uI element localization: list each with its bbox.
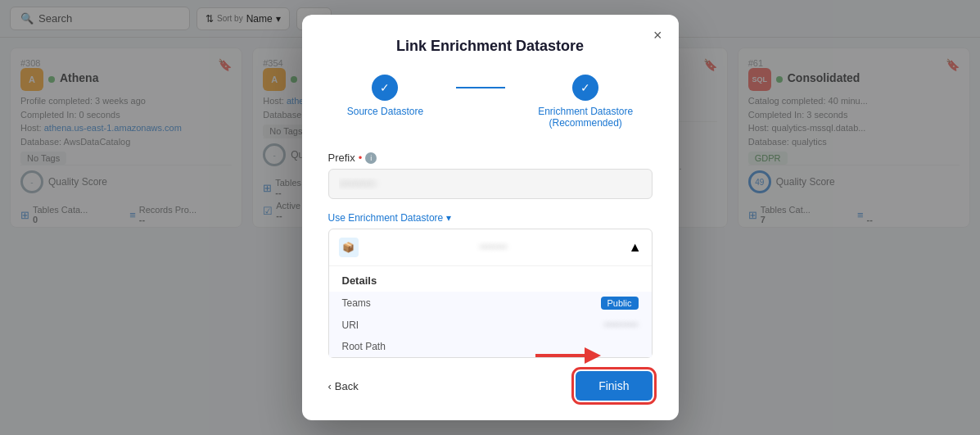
step-enrichment-datastore: ✓ Enrichment Datastore(Recommended)	[538, 75, 633, 129]
datastore-dropdown[interactable]: 📦 •••••••• ▲ Details Teams Public URI ••…	[328, 229, 653, 358]
modal-footer: ‹ Back Finish	[328, 371, 653, 401]
svg-marker-1	[585, 347, 601, 364]
prefix-label: Prefix • i	[328, 152, 653, 164]
arrow-indicator	[535, 339, 601, 375]
step-source-datastore: ✓ Source Datastore	[347, 75, 423, 117]
step2-circle: ✓	[572, 75, 598, 101]
back-button[interactable]: ‹ Back	[328, 380, 359, 392]
dropdown-icon: 📦	[339, 238, 359, 257]
details-section-title: Details	[329, 266, 652, 292]
uri-row: URI ••••••••••	[329, 315, 652, 336]
link-enrichment-modal: × Link Enrichment Datastore ✓ Source Dat…	[302, 15, 679, 420]
teams-label: Teams	[342, 297, 371, 309]
dropdown-header[interactable]: 📦 •••••••• ▲	[329, 229, 652, 266]
info-icon: i	[365, 152, 377, 164]
step1-label: Source Datastore	[347, 106, 423, 117]
step1-circle: ✓	[372, 75, 398, 101]
finish-button[interactable]: Finish	[576, 371, 652, 401]
chevron-up-icon: ▲	[629, 240, 642, 255]
dropdown-selected-value: ••••••••	[480, 242, 508, 253]
enrichment-datastore-group: Use Enrichment Datastore ▾ 📦 •••••••• ▲ …	[328, 212, 653, 358]
step2-label: Enrichment Datastore(Recommended)	[538, 106, 633, 129]
step-connector	[456, 87, 505, 88]
prefix-group: Prefix • i	[328, 152, 653, 199]
root-path-row: Root Path	[329, 336, 652, 357]
uri-value: ••••••••••	[603, 319, 638, 331]
close-button[interactable]: ×	[653, 28, 662, 43]
enrichment-datastore-label[interactable]: Use Enrichment Datastore ▾	[328, 212, 653, 224]
teams-row: Teams Public	[329, 292, 652, 315]
modal-title: Link Enrichment Datastore	[328, 38, 653, 55]
root-path-label: Root Path	[342, 341, 386, 352]
chevron-down-icon: ▾	[446, 212, 451, 224]
modal-overlay: × Link Enrichment Datastore ✓ Source Dat…	[0, 0, 980, 435]
back-chevron-icon: ‹	[328, 380, 332, 392]
public-badge: Public	[601, 297, 639, 310]
prefix-input[interactable]	[328, 169, 653, 199]
back-label: Back	[335, 380, 359, 392]
uri-label: URI	[342, 319, 359, 331]
required-indicator: •	[359, 152, 363, 164]
wizard-steps: ✓ Source Datastore ✓ Enrichment Datastor…	[328, 75, 653, 129]
dropdown-body: Details Teams Public URI •••••••••• Root…	[329, 266, 652, 357]
